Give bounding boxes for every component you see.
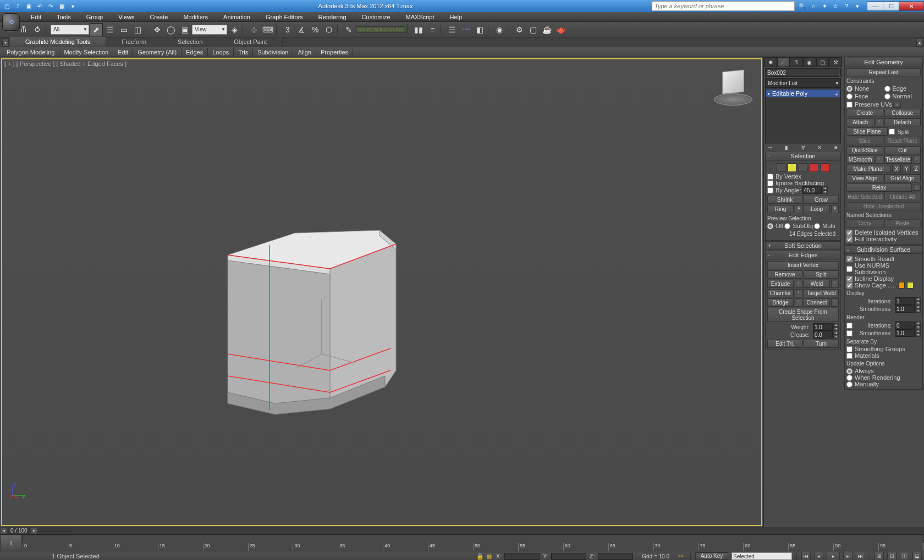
detach-button[interactable]: Detach (884, 118, 921, 126)
display-tab-icon[interactable]: ▢ (816, 57, 829, 67)
planar-z-button[interactable]: Z (912, 165, 921, 173)
render-smoothness-spinner[interactable]: ▴▾ (895, 329, 921, 337)
angle-snap-icon[interactable]: ∡ (295, 23, 308, 36)
motion-tab-icon[interactable]: ◉ (803, 57, 816, 67)
ribbon-tab-freeform[interactable]: Freeform (106, 37, 162, 47)
edit-selection-set-icon[interactable]: ✎ (342, 23, 355, 36)
play-icon[interactable]: ▸ (827, 552, 840, 561)
render-setup-icon[interactable]: ⚙ (513, 23, 526, 36)
quickslice-button[interactable]: QuickSlice (846, 146, 883, 154)
infocenter-search[interactable] (652, 1, 795, 11)
viewcube[interactable] (714, 68, 752, 107)
edit-tri-button[interactable]: Edit Tri. (767, 340, 802, 348)
menu-item-animation[interactable]: Animation (216, 13, 258, 21)
menu-item-tools[interactable]: Tools (49, 13, 79, 21)
cage-color1-swatch[interactable] (898, 282, 905, 289)
key-filter-dropdown[interactable] (732, 552, 792, 560)
open-icon[interactable]: ⤴ (13, 2, 22, 10)
slice-button[interactable]: Slice (846, 137, 883, 145)
subtab-edit[interactable]: Edit (113, 48, 133, 57)
new-icon[interactable]: ▢ (2, 2, 11, 10)
render-iterations-spinner[interactable]: ▴▾ (895, 321, 921, 329)
subtab-loops[interactable]: Loops (208, 48, 234, 57)
smooth-result-checkbox[interactable]: Smooth Result (846, 256, 921, 262)
preview-off-radio[interactable]: Off (767, 223, 783, 229)
bind-spacewarp-icon[interactable]: ⥀ (31, 23, 44, 36)
relax-button[interactable]: Relax (846, 184, 912, 192)
menu-item-customize[interactable]: Customize (354, 13, 398, 21)
nudge-icon[interactable]: ▦ (486, 553, 493, 560)
update-always-radio[interactable]: Always (846, 368, 921, 374)
rollout-header-editedges[interactable]: -Edit Edges (765, 251, 841, 259)
split-checkbox[interactable]: Split (889, 127, 921, 136)
msmooth-settings-icon[interactable]: ▫ (876, 156, 883, 164)
object-color-swatch[interactable] (840, 68, 842, 77)
subtab-polymodel[interactable]: Polygon Modeling (2, 48, 59, 57)
spinner-snap-icon[interactable]: ⬡ (322, 23, 336, 36)
menu-item-rendering[interactable]: Rendering (311, 13, 354, 21)
subtab-align[interactable]: Align (293, 48, 316, 57)
bridge-settings-icon[interactable]: ▫ (795, 298, 802, 307)
mirror-icon[interactable]: ▮▮ (412, 23, 425, 36)
chamfer-button[interactable]: Chamfer (767, 289, 794, 297)
percent-snap-icon[interactable]: % (309, 23, 322, 36)
x-input[interactable] (504, 553, 540, 560)
remove-button[interactable]: Remove (767, 270, 802, 279)
modify-tab-icon[interactable]: ☄ (777, 57, 790, 67)
attach-list-icon[interactable]: ▫ (876, 118, 883, 126)
scroll-right-icon[interactable]: ▸ (31, 527, 38, 534)
prev-frame-icon[interactable]: ◂ (814, 552, 823, 561)
ref-coord-dropdown[interactable]: View (192, 25, 227, 35)
sep-mat-checkbox[interactable]: Materials (846, 352, 921, 359)
reset-plane-button[interactable]: Reset Plane (884, 137, 921, 145)
ring-button[interactable]: Ring (767, 205, 794, 213)
constraint-normal-radio[interactable]: Normal (884, 93, 921, 99)
render-production-icon[interactable]: ☕ (540, 23, 553, 36)
unique-icon[interactable]: ∀ (799, 145, 807, 151)
render-iterations-checkbox[interactable] (846, 323, 853, 329)
menu-item-views[interactable]: Views (111, 13, 142, 21)
goto-start-icon[interactable]: ⏮ (801, 552, 811, 561)
ignore-backfacing-checkbox[interactable]: Ignore Backfacing (767, 180, 839, 186)
paste-ns-button[interactable]: Paste (884, 219, 921, 228)
scroll-thumb[interactable] (38, 531, 72, 532)
cut-button[interactable]: Cut (884, 146, 921, 154)
bridge-button[interactable]: Bridge (767, 298, 794, 307)
subtab-modifysel[interactable]: Modify Selection (59, 48, 113, 57)
menu-item-edit[interactable]: Edit (23, 13, 49, 21)
subtab-edges[interactable]: Edges (182, 48, 208, 57)
scene-object-box[interactable]: z y (220, 211, 402, 414)
timeline[interactable]: ⫴ 05101520253035404550556065707580859095… (0, 534, 924, 552)
viewport-scrollbar-h[interactable]: ◂ 0 / 100 ▸ (0, 527, 924, 534)
chamfer-settings-icon[interactable]: ▫ (795, 289, 802, 297)
tessellate-settings-icon[interactable]: ▫ (913, 156, 921, 164)
loop-spinner[interactable]: ⇕ (831, 205, 839, 213)
display-smoothness-spinner[interactable]: ▴▾ (895, 305, 921, 313)
subtab-properties[interactable]: Properties (316, 48, 353, 57)
loop-button[interactable]: Loop (804, 205, 830, 213)
by-angle-checkbox[interactable]: By Angle: (767, 187, 801, 193)
create-button[interactable]: Create (846, 109, 883, 117)
layer-manager-icon[interactable]: ☰ (446, 23, 459, 36)
ribbon-collapse-icon[interactable]: ▴ (916, 38, 923, 47)
repeat-last-button[interactable]: Repeat Last (846, 68, 921, 76)
manipulate-icon[interactable]: ⊹ (248, 23, 261, 36)
search-icon[interactable]: 🔍 (798, 2, 807, 10)
rollout-header-selection[interactable]: -Selection (765, 152, 841, 160)
viewport-nav-2-icon[interactable]: ⊡ (887, 552, 897, 561)
isoline-checkbox[interactable]: Isoline Display (846, 275, 921, 282)
menu-item-group[interactable]: Group (79, 13, 111, 21)
rotate-icon[interactable]: ◯ (164, 23, 178, 36)
weld-settings-icon[interactable]: ▫ (831, 280, 839, 288)
create-selection-set-input[interactable] (356, 26, 405, 33)
align-icon[interactable]: ≡ (426, 23, 439, 36)
relax-settings-icon[interactable]: ▫ (913, 185, 921, 191)
preview-multi-radio[interactable]: Multi (814, 223, 835, 229)
extrude-settings-icon[interactable]: ▫ (795, 280, 802, 288)
extrude-button[interactable]: Extrude (767, 280, 794, 288)
help-dropdown-icon[interactable]: ▾ (853, 2, 862, 10)
dropdown-icon[interactable]: ▾ (68, 2, 77, 10)
edge-mode-icon[interactable] (788, 163, 796, 172)
view-align-button[interactable]: View Align (846, 174, 883, 182)
constraint-edge-radio[interactable]: Edge (884, 85, 921, 92)
